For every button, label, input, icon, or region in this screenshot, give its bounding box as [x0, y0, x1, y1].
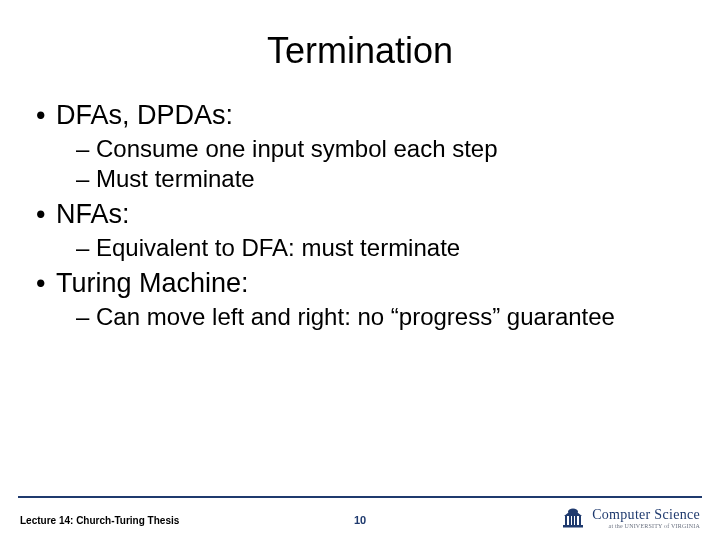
lecture-label: Lecture 14: Church-Turing Thesis [20, 515, 179, 526]
svg-rect-5 [563, 525, 583, 528]
footer-divider [18, 496, 702, 498]
slide-content: DFAs, DPDAs: Consume one input symbol ea… [34, 100, 686, 540]
bullet-level2: Can move left and right: no “progress” g… [34, 303, 686, 331]
svg-rect-1 [569, 516, 571, 525]
dept-logo: Computer Science at the UNIVERSITY of VI… [560, 506, 700, 530]
logo-main-text: Computer Science [592, 508, 700, 522]
logo-text: Computer Science at the UNIVERSITY of VI… [592, 508, 700, 529]
bullet-level1: Turing Machine: [34, 268, 686, 299]
page-number: 10 [354, 514, 366, 526]
slide-footer: Lecture 14: Church-Turing Thesis 10 Comp… [0, 490, 720, 540]
bullet-level2: Equivalent to DFA: must terminate [34, 234, 686, 262]
rotunda-icon [560, 506, 586, 530]
bullet-level2: Must terminate [34, 165, 686, 193]
slide: Termination DFAs, DPDAs: Consume one inp… [0, 0, 720, 540]
svg-rect-2 [572, 516, 574, 525]
svg-rect-0 [565, 516, 567, 525]
bullet-level2: Consume one input symbol each step [34, 135, 686, 163]
bullet-level1: NFAs: [34, 199, 686, 230]
slide-title: Termination [34, 30, 686, 72]
svg-rect-3 [575, 516, 577, 525]
bullet-level1: DFAs, DPDAs: [34, 100, 686, 131]
svg-point-6 [568, 509, 578, 515]
logo-sub-text: at the UNIVERSITY of VIRGINIA [609, 523, 700, 529]
svg-rect-4 [579, 516, 581, 525]
